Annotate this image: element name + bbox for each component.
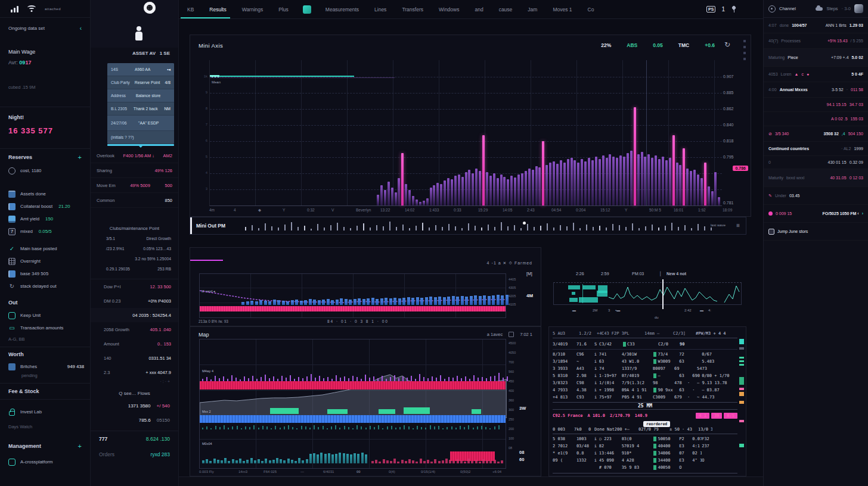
sidebar-item-invest-lab[interactable]: Invest Lab [0, 406, 90, 418]
activity-row[interactable]: 40(7)Processes+5% 15.43/ 5 255 [764, 33, 868, 49]
map-plot[interactable]: M4wy 4Mxx 2M0x04 [199, 339, 506, 469]
add-management-button[interactable]: + [78, 443, 82, 450]
watch-detail-row[interactable]: 2.3+ xxx 4047.9 [91, 365, 178, 379]
ps-badge[interactable]: PS [706, 6, 715, 13]
chevron-left-icon[interactable]: ‹ [80, 25, 82, 32]
price-chart-plot[interactable]: Mean 1k9876543 [209, 60, 722, 206]
depth-row[interactable]: # 07035 9 8340050O [553, 464, 737, 471]
nav-tab-results[interactable]: Results [208, 1, 227, 18]
watch-card-row[interactable]: (initials ? ??) [107, 131, 174, 144]
watch-detail-row[interactable]: Dow P+I12. 33 500 [91, 279, 178, 294]
sidebar-item-overnight[interactable]: Overnight [0, 255, 90, 267]
nav-tab-plus[interactable]: Plus [277, 1, 290, 18]
nav-tab-jam[interactable]: Jam [526, 1, 538, 18]
sidebar-item-main-base-posted[interactable]: ✓Main base posted [0, 242, 90, 255]
watch-kv-row[interactable]: Common850 [91, 193, 178, 208]
watch-foot-row[interactable]: Ordersryxd 283 [91, 447, 178, 462]
watch-detail-row[interactable]: 04 2035 : 524254.4 [91, 308, 178, 322]
activity-row[interactable]: 94.1 15.1534.7 03 [764, 98, 868, 112]
sidebar-item-assets-done[interactable]: Assets done [0, 188, 90, 200]
nav-tab-transfers[interactable]: Transfers [401, 1, 424, 18]
sidebar-item-crossplatform[interactable]: A-crossplatform [0, 456, 90, 468]
watch-kv-row[interactable]: Sharing49% 126 [91, 163, 178, 178]
sidebar-item-transactions[interactable]: ▭ Transaction amounts [0, 322, 90, 334]
activity-row[interactable]: Jump June stors [764, 223, 868, 241]
schedule-plot[interactable] [553, 282, 742, 305]
map-toolbar[interactable]: a 1avec 7:02 1 [487, 332, 532, 337]
sidebar-item-stack-delayed-out[interactable]: ↻stack delayed out [0, 280, 90, 292]
depth-row[interactable]: +4 813C93i75+97P05 4 91C3009679·~ 44.73 [553, 394, 737, 401]
watch-kv-row[interactable]: Move Em49% 5009500 [91, 178, 178, 193]
watch-kv-row[interactable]: OverlookF400 1/56 AM ↓AM2 [91, 148, 178, 163]
nav-tab-lines[interactable]: Lines [373, 1, 388, 18]
depth-alert-row[interactable]: C92.5 FranceA 101.02/170.79140.94 1390/5 [553, 411, 737, 420]
spread-toolbar[interactable]: 4 ◦1 a ✕ ⟐ Farmed [487, 261, 532, 266]
nav-tab-and[interactable]: and [473, 1, 484, 18]
activity-row[interactable]: 0 009 15FO/5025 1050 FM ‹› [764, 205, 868, 223]
activity-row[interactable]: ✎Under03.45 [764, 187, 868, 205]
alert-button[interactable]: 39 [711, 413, 722, 419]
depth-header-row[interactable]: 5 AU31.2/2+4C43 F2P 3PL14mm –C2/3]#PW/M3… [553, 329, 737, 338]
nav-tab-kb[interactable]: KB [186, 1, 195, 18]
pin-icon[interactable] [731, 6, 737, 13]
stat-b: Direct Growth [146, 236, 171, 241]
sidebar-item-keep-unit[interactable]: Keep Unit [0, 309, 90, 322]
activity-row[interactable]: 0430 01 150.32 09 [764, 156, 868, 169]
activity-row[interactable]: Maturitybxxd wxxl40 31.050 12 03 [764, 169, 868, 187]
volume-strip[interactable]: Mini Out PM last wave ≡ [190, 217, 746, 235]
depth-row[interactable]: * e1(90.8i13:446910*340060702 1 070 [553, 450, 737, 457]
activity-row[interactable]: 4:07done1004/57ANN 1 Brts1.29 03 [764, 18, 868, 33]
spread-plot[interactable]: M-sand ◂ [199, 273, 506, 318]
sidebar-item-amt-yield[interactable]: Amt yield150 [0, 213, 90, 225]
chart-chip-icon[interactable] [303, 5, 311, 14]
nav-tab-measurements[interactable]: Measurements [324, 1, 360, 18]
watch-detail-row[interactable]: Amount0.. 153 [91, 337, 178, 351]
alert-button[interactable]: 4 1 [696, 413, 709, 419]
collapse-row[interactable]: Ongoing data set ‹ [0, 18, 90, 38]
watch-detail-row[interactable]: 1400331.51 34 [91, 351, 178, 365]
activity-row[interactable]: 4053Loren▲c●5 0 4F [764, 67, 868, 82]
avatar[interactable] [854, 4, 863, 13]
activity-row[interactable]: ⊘3/5 3403508 32,4504 150 [764, 126, 868, 142]
alert-button[interactable]: 0/5 [724, 413, 737, 419]
box-icon[interactable] [509, 332, 514, 337]
depth-row[interactable]: 3/1894~i6343 W1.0W3009635.483 [553, 358, 737, 365]
activity-row[interactable]: A 0 02 .5155 03 [764, 112, 868, 126]
sidebar-item-base-349-505[interactable]: base 349 505 [0, 267, 90, 280]
watch-card-row[interactable]: 24/27/06"AA" ESDP [107, 116, 174, 131]
depth-row[interactable]: 5 0381003i○ 22303(050050P20.070 04 ·F32 [553, 435, 737, 443]
card-cell: A960 AA [135, 67, 150, 71]
cell: 0 [588, 427, 594, 432]
nav-tab-windows[interactable]: Windows [438, 1, 460, 18]
activity-row[interactable]: Continued countries· AL21999 [764, 142, 868, 156]
nav-tab-moves-1[interactable]: Moves 1 [551, 1, 573, 18]
hamburger-icon[interactable]: ≡ [736, 222, 740, 229]
camera-logo-icon[interactable] [144, 2, 156, 14]
depth-row[interactable]: 09 (1332i45 0904 A2834400E34" 1070O [553, 457, 737, 464]
watch-card-row[interactable]: 14SA960 AA▪◂ [107, 63, 174, 76]
nav-tab-co[interactable]: Co [587, 1, 596, 18]
activity-row[interactable]: 4:00Annual Mxxxs3-5 52·011 58 [764, 82, 868, 98]
watch-card-row[interactable]: Club PartyReserve Point4/8 [107, 76, 174, 89]
sidebar-item-collateral-boost[interactable]: Collateral boost21.20 [0, 200, 90, 213]
nav-tab-warnings[interactable]: Warnings [241, 1, 265, 18]
activity-row[interactable]: MaturingPiece+7:09 +.45.0 02 [764, 49, 868, 67]
watch-card-row[interactable]: AddressBalance store [107, 89, 174, 102]
watch-detail-row[interactable]: 2058 Growth405.1 .040 [91, 322, 178, 337]
depth-row[interactable]: 2 701203/48i8257019 440400E34:1 4728237 [553, 443, 737, 450]
user-circle-icon[interactable] [768, 5, 776, 13]
depth-row[interactable]: 8/310C96i7414/301W73/4720/67 [553, 351, 737, 358]
sidebar-item-mixed[interactable]: 7mixed0.05/5 [0, 225, 90, 238]
depth-row[interactable]: 5 83102.98i1-19+9707/4019—636900/80 + 1/… [553, 372, 737, 379]
sidebar-item-cost[interactable]: cost, 1180 [0, 164, 90, 177]
sidebar-item-britches[interactable]: Britches 949 438 [0, 360, 90, 373]
watch-card-row[interactable]: B.L 2305Thank 2 backNM [107, 102, 174, 116]
depth-sub-row[interactable]: 3/401971.6SC3/42C33C2/090 [553, 339, 737, 350]
depth-row[interactable]: 4 79334.38i+ 199809A 4 1 9190 9xx63·— 03… [553, 387, 737, 394]
depth-row[interactable]: 3/8323C98i1/(0)47/9(1.3(298478·— 9.13 13… [553, 379, 737, 387]
nav-tab-cause[interactable]: cause [498, 1, 514, 18]
watch-foot-row[interactable]: 7778.624 .130 [91, 431, 178, 447]
watch-detail-row[interactable]: DM 0.23+0% P4003 [91, 294, 178, 308]
depth-row[interactable]: 3 3933A43i741337/9B0097695473 [553, 365, 737, 372]
add-reserve-button[interactable]: + [78, 154, 82, 161]
